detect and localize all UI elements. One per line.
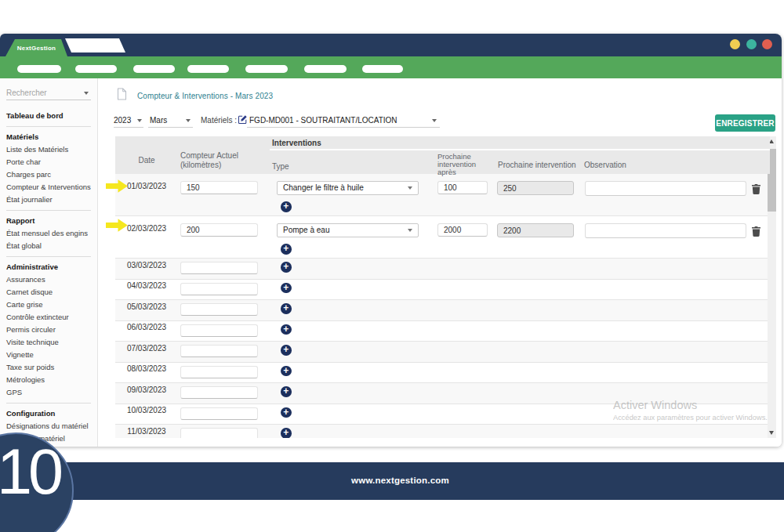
sidebar-divider (6, 210, 91, 211)
window-controls (730, 39, 772, 49)
table-row: 04/03/2023+ (115, 280, 770, 301)
nav-menu-item-6[interactable] (304, 65, 347, 73)
compteur-input[interactable] (180, 386, 258, 399)
sidebar-item[interactable]: Carnet disque (6, 286, 91, 299)
save-button[interactable]: ENREGISTRER (715, 114, 775, 132)
sidebar-item[interactable]: Contrôle extincteur (6, 311, 91, 324)
table-header: Date Compteur Actuel (kilomètres) Interv… (115, 136, 770, 174)
sidebar-item[interactable]: Vignette (6, 349, 91, 361)
chevron-down-icon (408, 186, 412, 190)
sidebar-item[interactable]: Compteur & Interventions (6, 181, 91, 194)
edit-icon[interactable] (238, 115, 247, 125)
compteur-input[interactable] (180, 262, 258, 274)
top-navbar (0, 56, 782, 78)
nav-menu-item-1[interactable] (17, 65, 61, 73)
materiel-select[interactable]: FGD-MD001 - SOUTRAITANT/LOCATION (247, 114, 440, 128)
add-intervention-button[interactable]: + (281, 324, 292, 335)
sidebar: Rechercher Tableau de bordMatérielsListe… (0, 78, 98, 447)
filter-bar: 2023 Mars Matériels : (98, 114, 782, 132)
annotation-arrow-row1 (106, 179, 128, 193)
sidebar-item[interactable]: Liste des Matériels (6, 143, 91, 156)
add-intervention-button[interactable]: + (281, 262, 292, 273)
chevron-down-icon (84, 92, 89, 95)
sidebar-item[interactable]: Carte grise (6, 299, 91, 311)
sidebar-item[interactable]: Charges parc (6, 168, 91, 181)
col-header-type: Type (272, 162, 289, 171)
browser-tab-blank[interactable] (65, 38, 125, 52)
compteur-input[interactable] (180, 428, 258, 438)
add-intervention-button[interactable]: + (281, 428, 292, 438)
add-intervention-button[interactable]: + (281, 303, 292, 314)
sidebar-search-select[interactable]: Rechercher (6, 88, 91, 100)
compteur-input[interactable] (180, 303, 258, 316)
date-cell: 03/03/2023 (115, 261, 178, 270)
sidebar-section-title: Matériels (6, 131, 91, 143)
sidebar-item[interactable]: État mensuel des engins (6, 227, 91, 240)
sidebar-item[interactable]: Porte char (6, 156, 91, 168)
slide-number: 10 (0, 440, 60, 504)
sidebar-section-title: Tableau de bord (6, 110, 91, 122)
month-select[interactable]: Mars (148, 114, 193, 128)
sidebar-item[interactable]: Métrologies (6, 374, 91, 386)
group-header-interventions: Interventions (272, 139, 321, 147)
add-intervention-button[interactable]: + (281, 386, 292, 397)
sidebar-section-title: Configuration (6, 407, 91, 420)
browser-tab-nextgestion[interactable]: NextGestion (5, 39, 67, 56)
nav-menu-item-2[interactable] (75, 65, 117, 73)
type-select[interactable]: Pompe à eau (277, 223, 419, 237)
scroll-down-arrow-icon[interactable] (769, 431, 774, 435)
add-intervention-button[interactable]: + (281, 244, 292, 255)
compteur-input[interactable] (180, 223, 258, 237)
compteur-input[interactable] (180, 407, 258, 420)
observation-input[interactable] (585, 223, 746, 238)
col-header-compteur: Compteur Actuel (kilomètres) (180, 151, 238, 169)
maximize-dot[interactable] (746, 39, 757, 49)
sidebar-section-title: Administrative (6, 261, 91, 273)
add-intervention-button[interactable]: + (281, 345, 292, 356)
month-value: Mars (150, 116, 167, 125)
sidebar-item[interactable]: État journalier (6, 194, 91, 206)
browser-titlebar: NextGestion (0, 34, 782, 56)
col-header-observation: Observation (584, 161, 626, 169)
compteur-input[interactable] (180, 283, 258, 295)
nav-menu-item-5[interactable] (245, 65, 288, 73)
materiel-value: FGD-MD001 - SOUTRAITANT/LOCATION (247, 116, 397, 125)
prochaine-apres-input[interactable] (437, 223, 488, 237)
close-dot[interactable] (762, 39, 772, 49)
app-body: Rechercher Tableau de bordMatérielsListe… (0, 78, 782, 447)
add-intervention-button[interactable]: + (281, 407, 292, 418)
search-placeholder: Rechercher (6, 89, 47, 97)
table-row: 08/03/2023+ (115, 363, 770, 384)
sidebar-item[interactable]: Désignations du matériel (6, 420, 91, 432)
sidebar-item[interactable]: Taxe sur poids (6, 361, 91, 374)
compteur-input[interactable] (180, 324, 258, 337)
sidebar-item[interactable]: Permis circuler (6, 324, 91, 336)
sidebar-item[interactable]: Assurances (6, 273, 91, 286)
main-content: Compteur & Interventions - Mars 2023 202… (98, 78, 782, 447)
col-header-prochaine: Prochaine intervention (498, 161, 576, 169)
add-intervention-button[interactable]: + (281, 366, 292, 377)
sidebar-divider (6, 256, 91, 257)
type-select[interactable]: Changer le filtre à huile (277, 181, 419, 195)
sidebar-item[interactable]: Visite technique (6, 336, 91, 349)
trash-icon[interactable] (752, 184, 760, 196)
sidebar-item[interactable]: GPS (6, 386, 91, 399)
add-intervention-button[interactable]: + (281, 201, 292, 212)
compteur-input[interactable] (180, 181, 258, 194)
year-value: 2023 (114, 116, 131, 125)
page: NextGestion Rechercher Tableau de bordMa… (0, 0, 784, 532)
observation-input[interactable] (585, 181, 746, 196)
sidebar-item[interactable]: État global (6, 240, 91, 252)
sidebar-divider (6, 403, 91, 404)
prochaine-apres-input[interactable] (437, 181, 488, 194)
trash-icon[interactable] (752, 226, 760, 238)
nav-menu-item-3[interactable] (133, 65, 175, 73)
compteur-input[interactable] (180, 366, 258, 378)
add-intervention-button[interactable]: + (281, 283, 292, 294)
compteur-input[interactable] (180, 345, 258, 357)
year-select[interactable]: 2023 (114, 114, 143, 128)
nav-menu-item-4[interactable] (187, 65, 229, 73)
nav-menu-item-7[interactable] (362, 65, 403, 73)
minimize-dot[interactable] (730, 39, 740, 49)
vertical-scrollbar[interactable] (768, 136, 776, 438)
